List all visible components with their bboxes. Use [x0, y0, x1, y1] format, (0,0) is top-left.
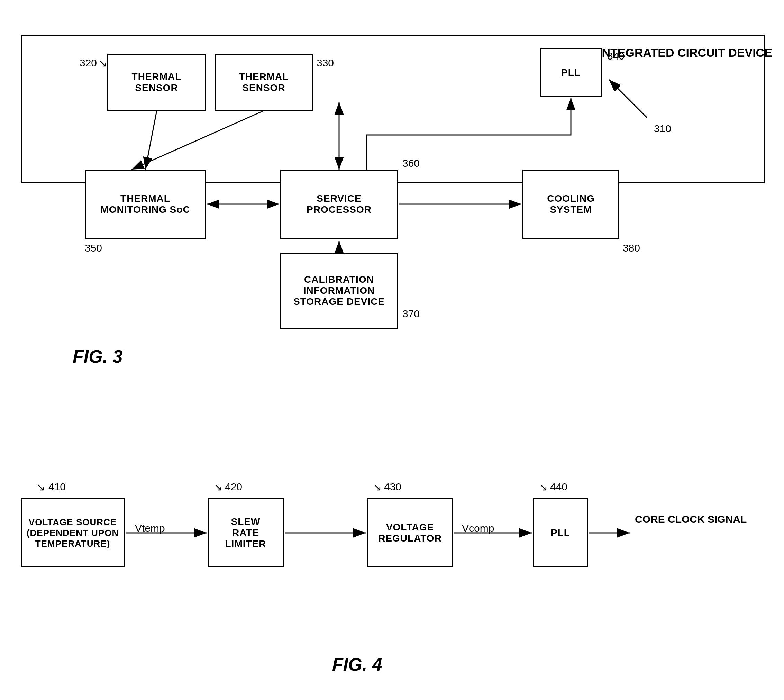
- thermal-sensor-1-box: THERMALSENSOR: [107, 53, 206, 111]
- cooling-system-label: COOLINGSYSTEM: [547, 193, 595, 215]
- slew-rate-limiter-box: SLEWRATELIMITER: [208, 498, 284, 567]
- ref-410-tick: ↘: [36, 481, 45, 493]
- slew-rate-limiter-label: SLEWRATELIMITER: [225, 516, 266, 550]
- ref-430-tick: ↘: [373, 481, 382, 493]
- integrated-circuit-label: INTEGRATED CIRCUIT DEVICE: [599, 45, 772, 60]
- ref-350: 350: [85, 242, 102, 254]
- ref-440-tick: ↘: [539, 481, 548, 493]
- vtemp-label: Vtemp: [135, 522, 165, 534]
- fig3-caption: FIG. 3: [73, 346, 123, 367]
- ref-320-arrow: ↘: [98, 57, 107, 69]
- ref-360: 360: [402, 157, 419, 169]
- pll-top-label: PLL: [561, 67, 581, 78]
- voltage-regulator-label: VOLTAGEREGULATOR: [378, 522, 442, 544]
- ref-330: 330: [316, 57, 334, 69]
- ref-420-tick: ↘: [214, 481, 223, 493]
- pll-fig4-box: PLL: [533, 498, 588, 567]
- ref-440: 440: [550, 481, 568, 493]
- calibration-storage-label: CALIBRATIONINFORMATIONSTORAGE DEVICE: [293, 274, 385, 307]
- voltage-source-label: VOLTAGE SOURCE(DEPENDENT UPONTEMPERATURE…: [27, 517, 119, 549]
- pll-fig4-label: PLL: [551, 527, 570, 538]
- voltage-regulator-box: VOLTAGEREGULATOR: [367, 498, 453, 567]
- fig4-caption: FIG. 4: [332, 654, 382, 675]
- service-processor-box: SERVICEPROCESSOR: [280, 170, 398, 239]
- ref-410: 410: [48, 481, 66, 493]
- voltage-source-box: VOLTAGE SOURCE(DEPENDENT UPONTEMPERATURE…: [21, 498, 125, 567]
- calibration-storage-box: CALIBRATIONINFORMATIONSTORAGE DEVICE: [280, 253, 398, 329]
- ref-310: 310: [654, 123, 671, 135]
- ref-430: 430: [384, 481, 401, 493]
- cooling-system-box: COOLINGSYSTEM: [523, 170, 619, 239]
- ref-420: 420: [225, 481, 242, 493]
- service-processor-label: SERVICEPROCESSOR: [306, 193, 371, 215]
- vcomp-label: Vcomp: [462, 522, 494, 534]
- thermal-sensor-1-label: THERMALSENSOR: [132, 71, 181, 93]
- thermal-monitoring-soc-box: THERMALMONITORING SoC: [85, 170, 206, 239]
- core-clock-signal-label: CORE CLOCK SIGNAL: [635, 512, 747, 527]
- ref-320: 320: [80, 57, 97, 69]
- ref-370: 370: [402, 308, 419, 320]
- ref-380: 380: [623, 242, 640, 254]
- ref-340: 340: [607, 50, 624, 62]
- thermal-monitoring-soc-label: THERMALMONITORING SoC: [100, 193, 190, 215]
- thermal-sensor-2-box: THERMALSENSOR: [215, 53, 313, 111]
- diagram-container: INTEGRATED CIRCUIT DEVICE THERMALSENSOR …: [0, 0, 784, 700]
- thermal-sensor-2-label: THERMALSENSOR: [239, 71, 289, 93]
- pll-top-box: PLL: [540, 48, 602, 97]
